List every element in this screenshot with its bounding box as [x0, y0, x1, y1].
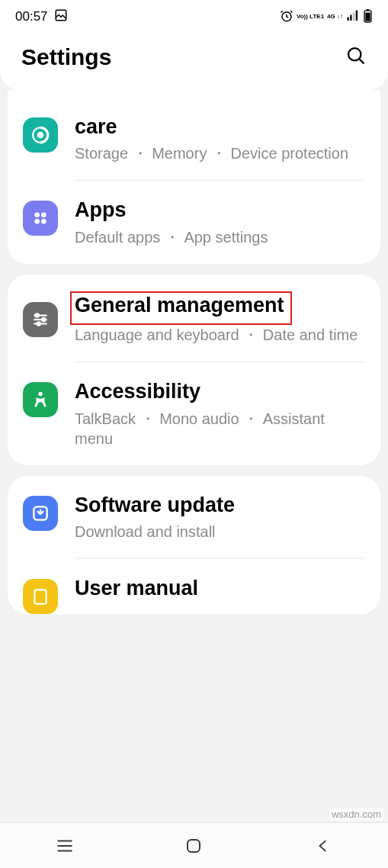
item-title: Accessibility	[75, 379, 365, 403]
settings-item-general-management[interactable]: General management Language and keyboard…	[8, 275, 380, 362]
svg-point-22	[37, 322, 40, 325]
device-care-icon	[23, 117, 58, 153]
settings-group-2: General management Language and keyboard…	[8, 275, 380, 465]
content-scroll[interactable]: care Storage ・ Memory ・ Device protectio…	[0, 90, 388, 859]
svg-rect-4	[353, 12, 354, 21]
item-body: Accessibility TalkBack ・ Mono audio ・ As…	[75, 379, 365, 448]
item-subtitle: Download and install	[75, 522, 365, 542]
svg-rect-8	[367, 9, 370, 11]
svg-rect-25	[34, 590, 46, 603]
volte-indicator: Vo)) LTE1	[297, 14, 324, 20]
status-left: 00:57	[15, 8, 68, 26]
back-button[interactable]	[277, 837, 369, 854]
header: Settings	[0, 31, 388, 90]
item-subtitle: TalkBack ・ Mono audio ・ Assistant menu	[75, 409, 365, 448]
svg-rect-7	[365, 12, 370, 21]
status-time: 00:57	[15, 9, 48, 24]
highlight-annotation: General management	[70, 291, 292, 325]
item-title: General management	[75, 293, 284, 317]
item-title: Apps	[75, 198, 365, 222]
battery-icon	[363, 9, 373, 25]
svg-line-10	[360, 59, 364, 64]
svg-point-14	[41, 213, 46, 218]
svg-point-18	[36, 313, 39, 317]
network-indicator: 4G ↓↑	[327, 14, 343, 20]
settings-item-apps[interactable]: Apps Default apps ・ App settings	[8, 181, 380, 263]
svg-rect-29	[188, 840, 200, 852]
home-button[interactable]	[148, 837, 239, 855]
manual-icon	[23, 579, 58, 614]
status-bar: 00:57 Vo)) LTE1 4G ↓↑	[0, 0, 388, 31]
svg-point-12	[38, 133, 43, 138]
svg-point-13	[34, 213, 40, 218]
item-body: User manual	[75, 576, 365, 605]
recents-button[interactable]	[19, 836, 111, 856]
picture-icon	[54, 8, 68, 26]
alarm-icon	[280, 9, 293, 25]
watermark: wsxdn.com	[329, 808, 383, 821]
svg-point-20	[42, 318, 45, 321]
svg-rect-3	[350, 14, 351, 21]
item-subtitle: Storage ・ Memory ・ Device protection	[75, 143, 365, 163]
status-right: Vo)) LTE1 4G ↓↑	[280, 9, 373, 25]
svg-rect-2	[348, 17, 349, 21]
navigation-bar	[0, 822, 388, 868]
item-subtitle: Default apps ・ App settings	[75, 227, 365, 247]
item-title: Software update	[75, 493, 365, 517]
settings-group-1: care Storage ・ Memory ・ Device protectio…	[8, 90, 380, 264]
settings-item-care[interactable]: care Storage ・ Memory ・ Device protectio…	[8, 98, 380, 180]
item-body: Apps Default apps ・ App settings	[75, 198, 365, 246]
item-title: User manual	[75, 576, 365, 600]
update-icon	[23, 496, 58, 531]
settings-group-3: Software update Download and install Use…	[8, 476, 380, 614]
settings-item-user-manual[interactable]: User manual	[8, 559, 380, 614]
page-title: Settings	[21, 44, 111, 70]
svg-point-15	[34, 219, 40, 224]
sliders-icon	[23, 302, 58, 337]
item-body: care Storage ・ Memory ・ Device protectio…	[75, 114, 365, 163]
item-title: care	[75, 114, 365, 139]
item-body: General management Language and keyboard…	[75, 291, 365, 345]
svg-rect-5	[356, 10, 358, 21]
signal-icon	[346, 9, 360, 25]
item-subtitle: Language and keyboard ・ Date and time	[75, 325, 365, 345]
settings-item-accessibility[interactable]: Accessibility TalkBack ・ Mono audio ・ As…	[8, 362, 380, 465]
item-body: Software update Download and install	[75, 493, 365, 542]
settings-item-software-update[interactable]: Software update Download and install	[8, 476, 380, 558]
accessibility-icon	[23, 382, 58, 417]
svg-point-9	[348, 48, 361, 60]
svg-point-16	[41, 219, 46, 224]
svg-point-23	[38, 392, 42, 396]
search-button[interactable]	[345, 45, 367, 69]
apps-icon	[23, 201, 58, 236]
